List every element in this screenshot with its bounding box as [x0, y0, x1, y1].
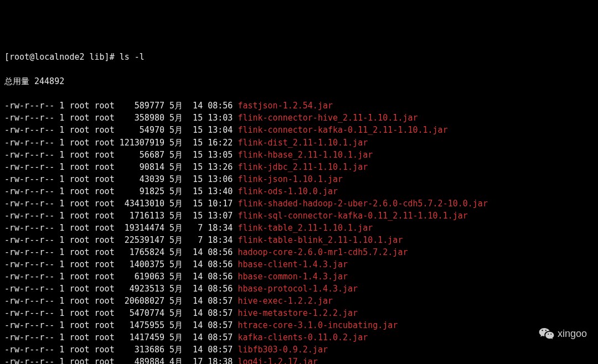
file-name: flink-ods-1.10.0.jar — [238, 185, 338, 197]
file-attrs: -rw-r--r-- 1 root root 358980 5月 15 13:0… — [4, 112, 238, 124]
file-attrs: -rw-r--r-- 1 root root 1475955 5月 14 08:… — [4, 319, 238, 331]
file-name: flink-table-blink_2.11-1.10.1.jar — [238, 234, 403, 246]
file-row: -rw-r--r-- 1 root root 22539147 5月 7 18:… — [4, 234, 594, 246]
file-name: kafka-clients-0.11.0.2.jar — [238, 331, 368, 344]
file-attrs: -rw-r--r-- 1 root root 43039 5月 15 13:06 — [4, 173, 238, 185]
file-row: -rw-r--r-- 1 root root 358980 5月 15 13:0… — [4, 112, 594, 124]
shell-prompt: [root@localnode2 lib]# ls -l — [4, 51, 594, 63]
file-attrs: -rw-r--r-- 1 root root 90814 5月 15 13:26 — [4, 161, 238, 173]
file-attrs: -rw-r--r-- 1 root root 19314474 5月 7 18:… — [4, 222, 238, 234]
file-attrs: -rw-r--r-- 1 root root 54970 5月 15 13:04 — [4, 124, 238, 136]
file-name: hive-metastore-1.2.2.jar — [238, 307, 358, 319]
file-listing: -rw-r--r-- 1 root root 589777 5月 14 08:5… — [4, 100, 594, 364]
file-row: -rw-r--r-- 1 root root 313686 5月 14 08:5… — [4, 344, 594, 356]
file-attrs: -rw-r--r-- 1 root root 1716113 5月 15 13:… — [4, 210, 238, 222]
file-row: -rw-r--r-- 1 root root 43039 5月 15 13:06… — [4, 173, 594, 185]
file-name: flink-shaded-hadoop-2-uber-2.6.0-cdh5.7.… — [238, 197, 488, 210]
file-row: -rw-r--r-- 1 root root 1400375 5月 14 08:… — [4, 258, 594, 271]
file-attrs: -rw-r--r-- 1 root root 1765824 5月 14 08:… — [4, 246, 238, 258]
file-row: -rw-r--r-- 1 root root 54970 5月 15 13:04… — [4, 124, 594, 136]
file-name: flink-dist_2.11-1.10.1.jar — [238, 137, 368, 149]
file-attrs: -rw-r--r-- 1 root root 20608027 5月 14 08… — [4, 295, 238, 307]
file-row: -rw-r--r-- 1 root root 56687 5月 15 13:05… — [4, 149, 594, 161]
watermark-text: xingoo — [558, 326, 587, 341]
file-attrs: -rw-r--r-- 1 root root 1417459 5月 14 08:… — [4, 331, 238, 344]
file-attrs: -rw-r--r-- 1 root root 56687 5月 15 13:05 — [4, 149, 238, 161]
file-name: hbase-common-1.4.3.jar — [238, 271, 348, 283]
file-name: fastjson-1.2.54.jar — [238, 100, 333, 112]
file-attrs: -rw-r--r-- 1 root root 91825 5月 15 13:40 — [4, 185, 238, 197]
file-name: hive-exec-1.2.2.jar — [238, 295, 333, 307]
file-attrs: -rw-r--r-- 1 root root 43413010 5月 15 10… — [4, 197, 238, 210]
file-row: -rw-r--r-- 1 root root 90814 5月 15 13:26… — [4, 161, 594, 173]
ls-total: 总用量 244892 — [4, 75, 594, 87]
file-name: flink-connector-hive_2.11-1.10.1.jar — [238, 112, 417, 124]
file-attrs: -rw-r--r-- 1 root root 313686 5月 14 08:5… — [4, 344, 238, 356]
file-name: flink-connector-kafka-0.11_2.11-1.10.1.j… — [238, 124, 447, 136]
file-row: -rw-r--r-- 1 root root 121307919 5月 15 1… — [4, 137, 594, 149]
file-row: -rw-r--r-- 1 root root 20608027 5月 14 08… — [4, 295, 594, 307]
file-row: -rw-r--r-- 1 root root 489884 4月 17 18:3… — [4, 356, 594, 364]
wechat-icon — [539, 327, 554, 340]
file-name: hbase-client-1.4.3.jar — [238, 258, 348, 271]
file-attrs: -rw-r--r-- 1 root root 489884 4月 17 18:3… — [4, 356, 238, 364]
file-attrs: -rw-r--r-- 1 root root 619063 5月 14 08:5… — [4, 271, 238, 283]
file-row: -rw-r--r-- 1 root root 1417459 5月 14 08:… — [4, 331, 594, 344]
file-name: flink-table_2.11-1.10.1.jar — [238, 222, 373, 234]
file-row: -rw-r--r-- 1 root root 5470774 5月 14 08:… — [4, 307, 594, 319]
file-row: -rw-r--r-- 1 root root 4923513 5月 14 08:… — [4, 283, 594, 295]
file-name: hadoop-core-2.6.0-mr1-cdh5.7.2.jar — [238, 246, 408, 258]
file-row: -rw-r--r-- 1 root root 19314474 5月 7 18:… — [4, 222, 594, 234]
file-attrs: -rw-r--r-- 1 root root 4923513 5月 14 08:… — [4, 283, 238, 295]
file-attrs: -rw-r--r-- 1 root root 1400375 5月 14 08:… — [4, 258, 238, 271]
file-name: flink-jdbc_2.11-1.10.1.jar — [238, 161, 368, 173]
file-row: -rw-r--r-- 1 root root 1765824 5月 14 08:… — [4, 246, 594, 258]
file-row: -rw-r--r-- 1 root root 1716113 5月 15 13:… — [4, 210, 594, 222]
file-attrs: -rw-r--r-- 1 root root 22539147 5月 7 18:… — [4, 234, 238, 246]
file-name: flink-json-1.10.1.jar — [238, 173, 343, 185]
file-name: htrace-core-3.1.0-incubating.jar — [238, 319, 398, 331]
file-name: flink-sql-connector-kafka-0.11_2.11-1.10… — [238, 210, 467, 222]
file-row: -rw-r--r-- 1 root root 91825 5月 15 13:40… — [4, 185, 594, 197]
file-attrs: -rw-r--r-- 1 root root 589777 5月 14 08:5… — [4, 100, 238, 112]
file-row: -rw-r--r-- 1 root root 619063 5月 14 08:5… — [4, 271, 594, 283]
file-name: hbase-protocol-1.4.3.jar — [238, 283, 358, 295]
file-row: -rw-r--r-- 1 root root 589777 5月 14 08:5… — [4, 100, 594, 112]
file-name: flink-hbase_2.11-1.10.1.jar — [238, 149, 373, 161]
watermark: xingoo — [539, 326, 587, 341]
file-row: -rw-r--r-- 1 root root 43413010 5月 15 10… — [4, 197, 594, 210]
file-name: libfb303-0.9.2.jar — [238, 344, 328, 356]
file-row: -rw-r--r-- 1 root root 1475955 5月 14 08:… — [4, 319, 594, 331]
file-name: log4j-1.2.17.jar — [238, 356, 318, 364]
file-attrs: -rw-r--r-- 1 root root 5470774 5月 14 08:… — [4, 307, 238, 319]
file-attrs: -rw-r--r-- 1 root root 121307919 5月 15 1… — [4, 137, 238, 149]
